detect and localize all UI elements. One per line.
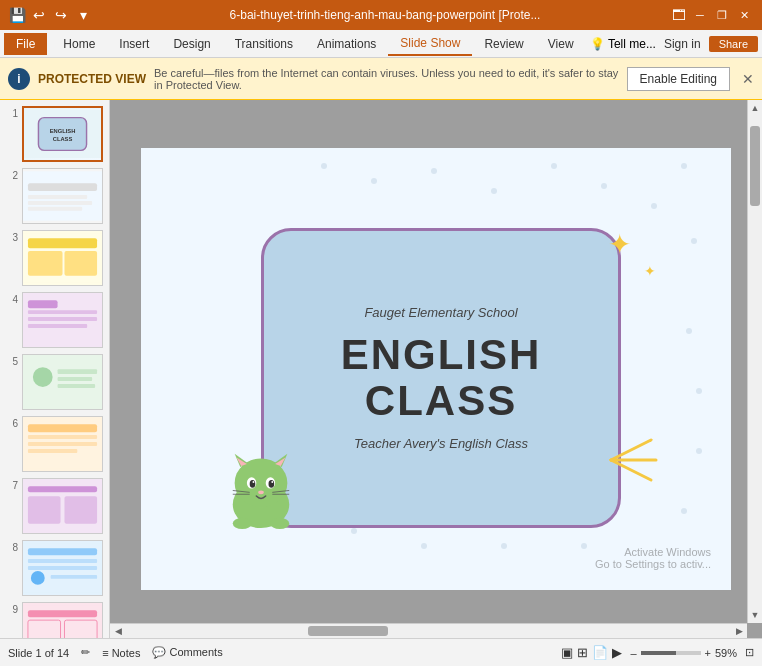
cat-character <box>221 450 301 530</box>
window-controls: 🗔 ─ ❐ ✕ <box>670 5 754 25</box>
slide-item-3[interactable]: 3 <box>4 228 105 288</box>
svg-rect-8 <box>28 207 82 211</box>
svg-rect-6 <box>28 195 87 199</box>
enable-editing-button[interactable]: Enable Editing <box>627 67 730 91</box>
slide-canvas: Fauget Elementary School ENGLISH CLASS T… <box>141 148 731 590</box>
tab-review[interactable]: Review <box>472 33 535 55</box>
dot-dec <box>551 163 557 169</box>
slide-item-6[interactable]: 6 <box>4 414 105 474</box>
protected-view-bar: i PROTECTED VIEW Be careful—files from t… <box>0 58 762 100</box>
scroll-down-button[interactable]: ▼ <box>748 607 762 623</box>
svg-rect-7 <box>28 201 92 205</box>
svg-point-59 <box>271 481 273 483</box>
tab-file[interactable]: File <box>4 33 47 55</box>
slide-thumb-2 <box>22 168 103 224</box>
slide-thumb-8 <box>22 540 103 596</box>
comments-button[interactable]: 💬 Comments <box>152 646 222 659</box>
sparkle-icon-1: ✦ <box>608 228 631 261</box>
svg-rect-21 <box>58 377 93 381</box>
signin-button[interactable]: Sign in <box>664 37 701 51</box>
dot-dec <box>686 328 692 334</box>
fit-window-icon[interactable]: ⊡ <box>745 646 754 659</box>
scroll-track <box>748 116 762 607</box>
svg-text:ENGLISH: ENGLISH <box>50 128 76 134</box>
activate-windows-watermark: Activate Windows Go to Settings to activ… <box>595 546 711 570</box>
slide-item-7[interactable]: 7 <box>4 476 105 536</box>
horizontal-scrollbar[interactable]: ◀ ▶ <box>110 623 747 638</box>
slide-edit-icon[interactable]: ✏ <box>81 646 90 659</box>
tab-transitions[interactable]: Transitions <box>223 33 305 55</box>
slide-item-2[interactable]: 2 <box>4 166 105 226</box>
svg-rect-10 <box>28 238 97 248</box>
reading-view-icon[interactable]: 📄 <box>592 645 608 660</box>
scroll-up-button[interactable]: ▲ <box>748 100 762 116</box>
notes-button[interactable]: ≡ Notes <box>102 647 140 659</box>
slide-sorter-icon[interactable]: ⊞ <box>577 645 588 660</box>
slide-thumb-7 <box>22 478 103 534</box>
svg-rect-25 <box>28 435 97 439</box>
save-icon[interactable]: 💾 <box>8 6 26 24</box>
undo-icon[interactable]: ↩ <box>30 6 48 24</box>
help-tellme[interactable]: 💡 Tell me... <box>590 37 656 51</box>
zoom-track[interactable] <box>641 651 701 655</box>
status-bar: Slide 1 of 14 ✏ ≡ Notes 💬 Comments ▣ ⊞ 📄… <box>0 638 762 666</box>
svg-rect-40 <box>28 620 61 638</box>
slide-item-5[interactable]: 5 <box>4 352 105 412</box>
slide-item-8[interactable]: 8 <box>4 538 105 598</box>
dot-dec <box>421 543 427 549</box>
svg-point-60 <box>258 490 264 494</box>
customize-icon[interactable]: ▾ <box>74 6 92 24</box>
svg-rect-5 <box>28 183 97 191</box>
vertical-scrollbar[interactable]: ▲ ▼ <box>747 100 762 623</box>
tab-slideshow[interactable]: Slide Show <box>388 32 472 56</box>
protected-icon: i <box>8 68 30 90</box>
dot-dec <box>321 163 327 169</box>
minimize-button[interactable]: ─ <box>690 5 710 25</box>
normal-view-icon[interactable]: ▣ <box>561 645 573 660</box>
svg-rect-16 <box>28 317 97 321</box>
slide-thumb-9 <box>22 602 103 638</box>
dot-dec <box>371 178 377 184</box>
status-left: Slide 1 of 14 ✏ ≡ Notes 💬 Comments <box>8 646 223 659</box>
scroll-left-button[interactable]: ◀ <box>110 624 126 638</box>
dot-dec <box>696 388 702 394</box>
restore-button[interactable]: ❐ <box>712 5 732 25</box>
tab-view[interactable]: View <box>536 33 586 55</box>
svg-rect-11 <box>28 251 63 276</box>
close-button[interactable]: ✕ <box>734 5 754 25</box>
redo-icon[interactable]: ↪ <box>52 6 70 24</box>
svg-rect-35 <box>28 566 97 570</box>
svg-rect-39 <box>28 610 97 617</box>
sparkle-icon-2: ✦ <box>644 263 656 279</box>
zoom-out-button[interactable]: – <box>630 647 636 659</box>
scroll-right-button[interactable]: ▶ <box>731 624 747 638</box>
svg-point-49 <box>235 458 288 507</box>
slide-thumb-3 <box>22 230 103 286</box>
share-button[interactable]: Share <box>709 36 758 52</box>
protected-bar-close[interactable]: ✕ <box>742 71 754 87</box>
slideshow-icon[interactable]: ▶ <box>612 645 622 660</box>
school-name: Fauget Elementary School <box>364 305 517 320</box>
scroll-thumb[interactable] <box>750 126 760 206</box>
slide-item-9[interactable]: 9 <box>4 600 105 638</box>
dot-dec <box>651 203 657 209</box>
tab-design[interactable]: Design <box>161 33 222 55</box>
zoom-in-button[interactable]: + <box>705 647 711 659</box>
slide-item-4[interactable]: 4 <box>4 290 105 350</box>
slide-thumb-4 <box>22 292 103 348</box>
h-scroll-thumb[interactable] <box>308 626 388 636</box>
tab-animations[interactable]: Animations <box>305 33 388 55</box>
ribbon-display-icon[interactable]: 🗔 <box>670 6 688 24</box>
svg-line-45 <box>611 440 651 460</box>
tab-home[interactable]: Home <box>51 33 107 55</box>
tab-insert[interactable]: Insert <box>107 33 161 55</box>
zoom-fill <box>641 651 676 655</box>
svg-rect-14 <box>28 300 58 308</box>
svg-point-57 <box>269 480 275 488</box>
slide-background: Fauget Elementary School ENGLISH CLASS T… <box>141 148 731 590</box>
slide-item-1[interactable]: 1 ENGLISH CLASS <box>4 104 105 164</box>
quick-access-toolbar: 💾 ↩ ↪ ▾ <box>8 6 92 24</box>
dot-dec <box>501 543 507 549</box>
svg-rect-27 <box>28 449 77 453</box>
ribbon-help-area: 💡 Tell me... Sign in Share <box>590 36 758 52</box>
